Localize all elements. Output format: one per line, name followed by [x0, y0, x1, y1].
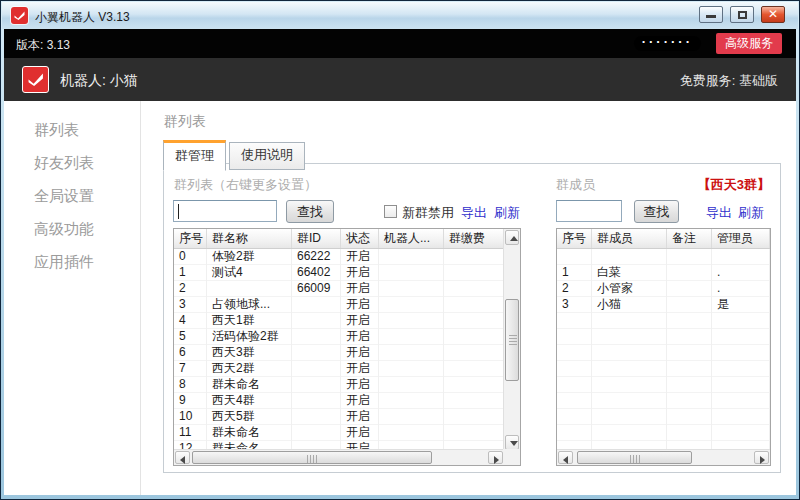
horizontal-scroll-thumb[interactable]	[192, 451, 432, 464]
arrow-up-icon	[510, 236, 518, 241]
column-header[interactable]: 群ID	[292, 229, 341, 248]
member-export-link[interactable]: 导出	[706, 204, 732, 222]
vertical-scroll-thumb[interactable]	[505, 299, 519, 381]
table-cell: 开启	[341, 361, 379, 377]
table-cell: .	[712, 265, 770, 281]
member-search-input[interactable]	[556, 200, 622, 222]
new-group-disable-checkbox[interactable]	[384, 205, 397, 218]
column-separator	[291, 249, 292, 451]
table-cell: 66222	[292, 249, 341, 265]
sidebar-item[interactable]: 全局设置	[34, 187, 140, 206]
thumb-grip	[509, 335, 517, 345]
group-search-input[interactable]	[173, 200, 277, 222]
table-row[interactable]: 8群未命名开启	[174, 377, 504, 393]
tab[interactable]: 群管理	[163, 140, 226, 171]
table-row[interactable]: 6西天3群开启	[174, 345, 504, 361]
column-header[interactable]: 群成员	[592, 229, 667, 248]
sidebar-item[interactable]: 高级功能	[34, 220, 140, 239]
arrow-left-icon	[180, 456, 185, 464]
table-cell: 开启	[341, 425, 379, 441]
table-cell: 3	[174, 297, 207, 313]
table-cell: 西天5群	[207, 409, 292, 425]
tab[interactable]: 使用说明	[229, 142, 305, 170]
table-row[interactable]: 0体验2群66222开启	[174, 249, 504, 265]
column-header[interactable]: 群名称	[207, 229, 292, 248]
table-row[interactable]: 266009开启	[174, 281, 504, 297]
table-cell	[444, 329, 504, 345]
table-row[interactable]	[557, 249, 770, 265]
table-cell: 开启	[341, 329, 379, 345]
column-header[interactable]: 序号	[557, 229, 592, 248]
version-label: 版本: 3.13	[16, 37, 70, 54]
new-group-disable-label[interactable]: 新群禁用	[402, 204, 454, 222]
table-cell	[379, 377, 444, 393]
table-cell	[444, 249, 504, 265]
table-cell	[444, 313, 504, 329]
table-cell: 66402	[292, 265, 341, 281]
window-title: 小翼机器人 V3.13	[35, 9, 130, 26]
table-row[interactable]: 3小猫是	[557, 297, 770, 313]
robot-bar: 机器人: 小猫 免费服务: 基础版	[4, 58, 796, 101]
table-row[interactable]: 5活码体验2群开启	[174, 329, 504, 345]
column-header[interactable]: 群缴费	[444, 229, 505, 248]
scroll-up-button[interactable]	[505, 230, 519, 245]
premium-service-button[interactable]: 高级服务	[716, 33, 782, 54]
table-cell: 6	[174, 345, 207, 361]
table-row[interactable]: 3占领地球...开启	[174, 297, 504, 313]
member-refresh-link[interactable]: 刷新	[738, 204, 764, 222]
column-header[interactable]: 机器人...	[379, 229, 444, 248]
scroll-right-button[interactable]	[754, 451, 769, 464]
horizontal-scroll-thumb[interactable]	[577, 451, 692, 464]
robot-logo-icon	[22, 66, 49, 93]
table-row[interactable]: 1测试466402开启	[174, 265, 504, 281]
text-caret	[178, 204, 179, 219]
scroll-left-button[interactable]	[558, 451, 573, 464]
scroll-left-button[interactable]	[175, 451, 190, 464]
table-row[interactable]: 1白菜.	[557, 265, 770, 281]
table-cell	[667, 249, 712, 265]
table-row[interactable]: 7西天2群开启	[174, 361, 504, 377]
group-refresh-link[interactable]: 刷新	[494, 204, 520, 222]
member-find-button[interactable]: 查找	[634, 200, 679, 223]
scroll-right-button[interactable]	[488, 451, 503, 464]
sidebar-item[interactable]: 好友列表	[34, 154, 140, 173]
group-list-panel-title: 群列表（右键更多设置）	[174, 176, 317, 194]
table-cell: 小管家	[592, 281, 667, 297]
column-header[interactable]: 备注	[667, 229, 712, 248]
table-cell: 1	[174, 265, 207, 281]
maximize-button[interactable]	[730, 6, 754, 23]
table-cell	[444, 361, 504, 377]
close-button[interactable]: ✕	[761, 6, 785, 23]
minimize-icon	[706, 15, 716, 18]
workspace: 群列表好友列表全局设置高级功能应用插件 群列表 群管理使用说明 群列表（右键更多…	[4, 101, 796, 495]
member-table-horizontal-scrollbar[interactable]	[557, 449, 770, 465]
table-cell: 是	[712, 297, 770, 313]
page-title: 群列表	[164, 113, 206, 131]
column-header[interactable]: 管理员	[712, 229, 770, 248]
table-row[interactable]: 2小管家.	[557, 281, 770, 297]
group-table-vertical-scrollbar[interactable]	[503, 229, 520, 451]
sidebar-item[interactable]: 应用插件	[34, 253, 140, 272]
sidebar-item[interactable]: 群列表	[34, 121, 140, 140]
table-row[interactable]: 9西天4群开启	[174, 393, 504, 409]
table-cell: 5	[174, 329, 207, 345]
table-row[interactable]: 11群未命名开启	[174, 425, 504, 441]
table-cell	[379, 297, 444, 313]
scroll-down-button[interactable]	[505, 435, 519, 450]
group-table-horizontal-scrollbar[interactable]	[174, 449, 504, 465]
table-row[interactable]: 10西天5群开启	[174, 409, 504, 425]
column-header[interactable]: 状态	[341, 229, 379, 248]
table-cell: 开启	[341, 281, 379, 297]
arrow-left-icon	[563, 456, 568, 464]
table-row[interactable]: 4西天1群开启	[174, 313, 504, 329]
robot-name-label: 机器人: 小猫	[60, 72, 138, 90]
group-find-button[interactable]: 查找	[286, 200, 334, 223]
minimize-button[interactable]	[699, 6, 723, 23]
table-cell	[292, 361, 341, 377]
table-cell	[292, 393, 341, 409]
sidebar-nav: 群列表好友列表全局设置高级功能应用插件	[4, 101, 141, 495]
column-header[interactable]: 序号	[174, 229, 207, 248]
group-export-link[interactable]: 导出	[461, 204, 487, 222]
column-separator	[378, 249, 379, 451]
column-separator	[769, 249, 770, 451]
